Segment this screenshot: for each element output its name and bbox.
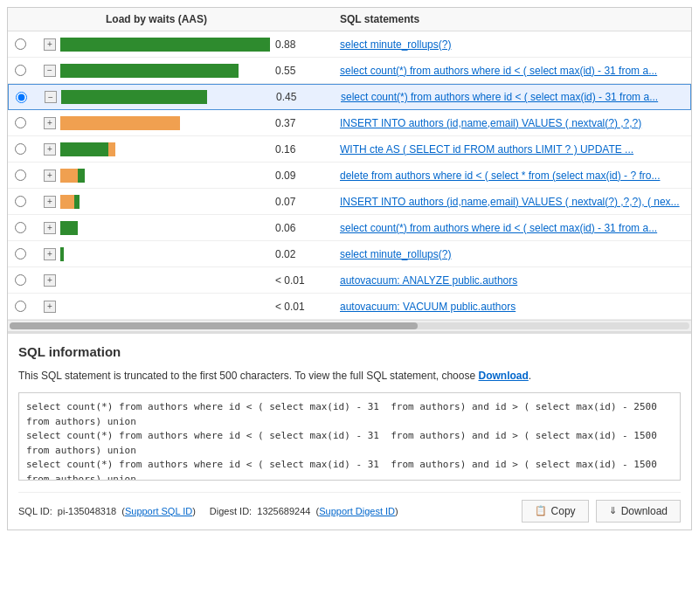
digest-id-link[interactable]: Support Digest ID — [319, 506, 395, 516]
radio-cell[interactable] — [15, 38, 39, 50]
sql-id-label-text: SQL ID: — [18, 506, 52, 516]
sql-text[interactable]: INSERT INTO authors (id,name,email) VALU… — [340, 117, 684, 129]
expand-cell[interactable]: + — [39, 170, 60, 182]
expand-btn[interactable]: + — [44, 170, 56, 182]
bar-track — [61, 90, 271, 104]
bar-track — [60, 273, 270, 287]
expand-btn[interactable]: + — [44, 196, 56, 208]
expand-btn[interactable]: + — [44, 117, 56, 129]
expand-cell[interactable]: − — [40, 91, 61, 103]
table-row: + 0.02 select minute_rollups(?) — [8, 241, 691, 267]
sql-text[interactable]: select minute_rollups(?) — [340, 38, 684, 51]
row-radio-5[interactable] — [15, 143, 26, 155]
expand-cell[interactable]: + — [39, 143, 60, 156]
bar-value: 0.09 — [275, 170, 301, 182]
scrollbar-thumb[interactable] — [10, 322, 418, 329]
sql-text[interactable]: select count(*) from authors where id < … — [340, 65, 684, 77]
expand-btn[interactable]: + — [44, 301, 56, 313]
radio-cell[interactable] — [15, 117, 39, 128]
table-row: − 0.55 select count(*) from authors wher… — [8, 58, 691, 84]
sql-text[interactable]: autovacuum: ANALYZE public.authors — [340, 274, 684, 287]
expand-btn[interactable]: + — [44, 248, 56, 260]
radio-cell[interactable] — [15, 143, 39, 155]
expand-cell[interactable]: + — [39, 117, 60, 129]
bar-cell: 0.07 — [60, 195, 340, 209]
bar-cell: 0.88 — [60, 38, 340, 52]
bar-cell: 0.37 — [60, 116, 340, 130]
bar-cell: 0.06 — [60, 221, 340, 235]
bar-multi — [60, 142, 115, 156]
radio-cell[interactable] — [15, 274, 39, 286]
radio-cell[interactable] — [15, 248, 39, 260]
radio-cell[interactable] — [16, 92, 40, 103]
expand-btn[interactable]: + — [44, 38, 56, 51]
radio-cell[interactable] — [15, 196, 39, 207]
expand-btn[interactable]: − — [45, 91, 57, 103]
row-radio-1[interactable] — [15, 38, 26, 50]
copy-button[interactable]: 📋 Copy — [522, 500, 589, 523]
bar-value: 0.88 — [275, 38, 301, 51]
expand-btn[interactable]: + — [44, 274, 56, 287]
expand-cell[interactable]: + — [39, 301, 60, 313]
radio-cell[interactable] — [15, 222, 39, 233]
row-radio-6[interactable] — [15, 170, 26, 181]
bar-cell: < 0.01 — [60, 273, 340, 287]
sql-info-desc-end: . — [529, 370, 531, 382]
row-radio-3[interactable] — [16, 92, 27, 103]
expand-btn[interactable]: − — [44, 65, 56, 77]
sql-info-section: SQL information This SQL statement is tr… — [8, 332, 691, 529]
bar-track — [60, 169, 270, 183]
radio-cell[interactable] — [15, 170, 39, 181]
sql-textarea[interactable]: select count(*) from authors where id < … — [18, 392, 681, 481]
sql-ids: SQL ID: pi-135048318 (Support SQL ID) Di… — [18, 506, 398, 516]
expand-cell[interactable]: + — [39, 248, 60, 260]
horizontal-scrollbar[interactable] — [8, 320, 691, 332]
radio-cell[interactable] — [15, 301, 39, 312]
expand-cell[interactable]: + — [39, 274, 60, 287]
download-button[interactable]: ⇓ Download — [596, 500, 681, 523]
sql-footer: SQL ID: pi-135048318 (Support SQL ID) Di… — [18, 492, 681, 529]
download-link[interactable]: Download — [479, 370, 529, 382]
table-row: + 0.16 WITH cte AS ( SELECT id FROM auth… — [8, 136, 691, 163]
download-icon: ⇓ — [609, 505, 617, 516]
bar-value: 0.45 — [276, 91, 302, 103]
expand-cell[interactable]: + — [39, 38, 60, 51]
digest-id-value: 1325689244 — [257, 506, 310, 516]
bar-cell: 0.09 — [60, 169, 340, 183]
header-expand-col — [39, 13, 60, 25]
row-radio-10[interactable] — [15, 274, 26, 286]
sql-text[interactable]: delete from authors where id < ( select … — [340, 170, 684, 182]
bar-value: 0.07 — [275, 196, 301, 208]
bar-value: 0.37 — [275, 117, 301, 129]
expand-cell[interactable]: + — [39, 222, 60, 234]
row-radio-9[interactable] — [15, 248, 26, 260]
expand-cell[interactable]: − — [39, 65, 60, 77]
row-radio-11[interactable] — [15, 301, 26, 312]
sql-id-value: pi-135048318 — [58, 506, 116, 516]
header-load-col: Load by waits (AAS) — [60, 13, 340, 25]
row-radio-7[interactable] — [15, 196, 26, 207]
bar-segment-orange — [60, 169, 78, 183]
sql-id-link[interactable]: Support SQL ID — [125, 506, 192, 516]
expand-cell[interactable]: + — [39, 196, 60, 208]
sql-text[interactable]: autovacuum: VACUUM public.authors — [340, 301, 684, 313]
bar-track — [60, 195, 270, 209]
bar-fill — [61, 90, 207, 104]
expand-btn[interactable]: + — [44, 143, 56, 156]
sql-text[interactable]: select minute_rollups(?) — [340, 248, 684, 260]
row-radio-2[interactable] — [15, 65, 26, 76]
main-container: Load by waits (AAS) SQL statements + 0.8… — [7, 7, 692, 530]
header-radio-col — [15, 13, 39, 25]
sql-text[interactable]: INSERT INTO authors (id,name,email) VALU… — [340, 196, 684, 208]
row-radio-8[interactable] — [15, 222, 26, 233]
table-row: + 0.07 INSERT INTO authors (id,name,emai… — [8, 189, 691, 215]
bar-cell: 0.45 — [61, 90, 341, 104]
bar-value: < 0.01 — [275, 301, 305, 313]
expand-btn[interactable]: + — [44, 222, 56, 234]
row-radio-4[interactable] — [15, 117, 26, 128]
bar-segment-orange — [60, 195, 74, 209]
sql-text[interactable]: select count(*) from authors where id < … — [341, 91, 683, 103]
radio-cell[interactable] — [15, 65, 39, 76]
sql-text[interactable]: WITH cte AS ( SELECT id FROM authors LIM… — [340, 143, 684, 156]
sql-text[interactable]: select count(*) from authors where id < … — [340, 222, 684, 234]
